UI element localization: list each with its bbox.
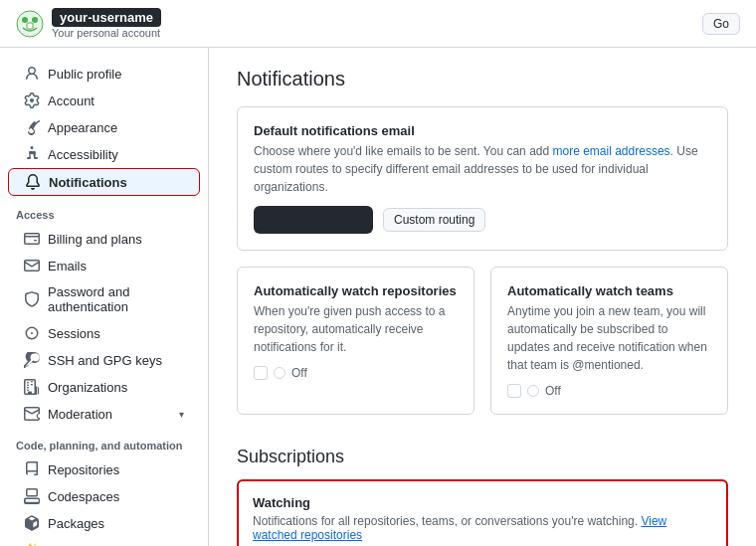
sidebar-label-repositories: Repositories	[48, 462, 119, 477]
sidebar-item-moderation[interactable]: Moderation ▾	[8, 401, 200, 427]
auto-watch-teams-card: Automatically watch teams Anytime you jo…	[490, 267, 728, 415]
gear-icon	[24, 92, 40, 108]
sidebar: Public profile Account Appearance Access…	[0, 48, 209, 546]
svg-point-1	[22, 17, 28, 23]
main-panel: Notifications Default notifications emai…	[209, 48, 756, 546]
watching-title: Watching	[253, 495, 712, 510]
auto-watch-repos-checkbox[interactable]	[254, 366, 268, 380]
account-name-badge: your-username	[52, 8, 161, 27]
paintbrush-icon	[24, 119, 40, 135]
main-content: Public profile Account Appearance Access…	[0, 48, 756, 546]
chevron-down-icon: ▾	[179, 409, 184, 420]
sidebar-item-notifications[interactable]: Notifications	[8, 168, 200, 196]
shield-icon	[24, 291, 40, 307]
sidebar-item-appearance[interactable]: Appearance	[8, 114, 200, 140]
auto-watch-teams-toggle-row: Off	[507, 384, 711, 398]
sidebar-label-moderation: Moderation	[48, 407, 112, 422]
package-icon	[24, 515, 40, 531]
auto-watch-repos-toggle-row: Off	[254, 366, 458, 380]
sidebar-label-billing: Billing and plans	[48, 232, 142, 247]
sidebar-item-ssh-keys[interactable]: SSH and GPG keys	[8, 347, 200, 373]
sidebar-label-accessibility: Accessibility	[48, 147, 118, 162]
radio-tower-icon	[24, 325, 40, 341]
organization-icon	[24, 379, 40, 395]
repo-icon	[24, 461, 40, 477]
auto-watch-repos-card: Automatically watch repositories When yo…	[237, 267, 474, 415]
sidebar-label-ssh-keys: SSH and GPG keys	[48, 353, 162, 368]
moderation-icon	[24, 406, 40, 422]
app-container: your-username Your personal account Go P…	[0, 0, 756, 546]
sidebar-item-password[interactable]: Password and authentication	[8, 279, 200, 319]
github-logo	[16, 10, 44, 38]
auto-watch-teams-label: Off	[545, 384, 561, 398]
auto-watch-cards: Automatically watch repositories When yo…	[237, 267, 728, 431]
default-email-desc: Choose where you'd like emails to be sen…	[254, 142, 711, 196]
logo-area: your-username Your personal account	[16, 8, 161, 39]
copilot-icon: ✨	[24, 542, 40, 546]
auto-watch-repos-label: Off	[291, 366, 307, 380]
view-watched-repos-link[interactable]: View watched repositories	[253, 514, 666, 542]
default-email-title: Default notifications email	[254, 123, 711, 138]
auto-watch-repos-toggle[interactable]	[274, 367, 285, 379]
svg-rect-3	[27, 23, 33, 29]
sidebar-label-organizations: Organizations	[48, 380, 127, 395]
sidebar-label-notifications: Notifications	[49, 175, 127, 190]
auto-watch-repos-title: Automatically watch repositories	[254, 283, 458, 298]
bell-icon	[25, 174, 41, 190]
auto-watch-teams-desc: Anytime you join a new team, you will au…	[507, 302, 711, 374]
sidebar-label-password: Password and authentication	[48, 284, 184, 314]
more-emails-link[interactable]: more email addresses	[553, 144, 670, 158]
access-section-label: Access	[0, 197, 208, 225]
go-button[interactable]: Go	[702, 13, 740, 35]
svg-point-2	[32, 17, 38, 23]
sidebar-item-emails[interactable]: Emails	[8, 253, 200, 278]
sidebar-item-account[interactable]: Account	[8, 88, 200, 113]
top-bar: your-username Your personal account Go	[0, 0, 756, 48]
email-display	[254, 206, 373, 234]
sidebar-item-packages[interactable]: Packages	[8, 510, 200, 536]
sidebar-label-packages: Packages	[48, 516, 104, 531]
code-section-label: Code, planning, and automation	[0, 428, 208, 455]
auto-watch-teams-checkbox[interactable]	[507, 384, 521, 398]
page-title: Notifications	[237, 68, 728, 91]
watching-card: Watching Notifications for all repositor…	[237, 479, 728, 546]
sidebar-item-public-profile[interactable]: Public profile	[8, 61, 200, 87]
account-info: your-username Your personal account	[52, 8, 161, 39]
sidebar-item-organizations[interactable]: Organizations	[8, 374, 200, 400]
auto-watch-repos-desc: When you're given push access to a repos…	[254, 302, 458, 356]
sidebar-label-codespaces: Codespaces	[48, 489, 119, 504]
sidebar-item-accessibility[interactable]: Accessibility	[8, 141, 200, 167]
sidebar-label-appearance: Appearance	[48, 120, 117, 135]
personal-account-label: Your personal account	[52, 27, 161, 39]
auto-watch-teams-toggle[interactable]	[527, 385, 539, 397]
sidebar-label-copilot: Copilot	[48, 543, 88, 547]
email-button-row: Custom routing	[254, 206, 711, 234]
accessibility-icon	[24, 146, 40, 162]
sidebar-label-sessions: Sessions	[48, 326, 100, 341]
sidebar-item-sessions[interactable]: Sessions	[8, 320, 200, 346]
codespaces-icon	[24, 488, 40, 504]
billing-icon	[24, 231, 40, 247]
sidebar-item-codespaces[interactable]: Codespaces	[8, 483, 200, 509]
custom-routing-button[interactable]: Custom routing	[383, 208, 485, 232]
sidebar-item-copilot[interactable]: ✨ Copilot	[8, 537, 200, 546]
sidebar-item-repositories[interactable]: Repositories	[8, 456, 200, 482]
watching-desc: Notifications for all repositories, team…	[253, 514, 712, 542]
default-email-card: Default notifications email Choose where…	[237, 106, 728, 251]
auto-watch-teams-title: Automatically watch teams	[507, 283, 711, 298]
sidebar-label-public-profile: Public profile	[48, 67, 121, 82]
person-icon	[24, 66, 40, 82]
subscriptions-title: Subscriptions	[237, 447, 728, 467]
sidebar-label-emails: Emails	[48, 259, 87, 273]
sidebar-label-account: Account	[48, 93, 94, 108]
mail-icon	[24, 258, 40, 273]
sidebar-item-billing[interactable]: Billing and plans	[8, 226, 200, 252]
key-icon	[24, 352, 40, 368]
